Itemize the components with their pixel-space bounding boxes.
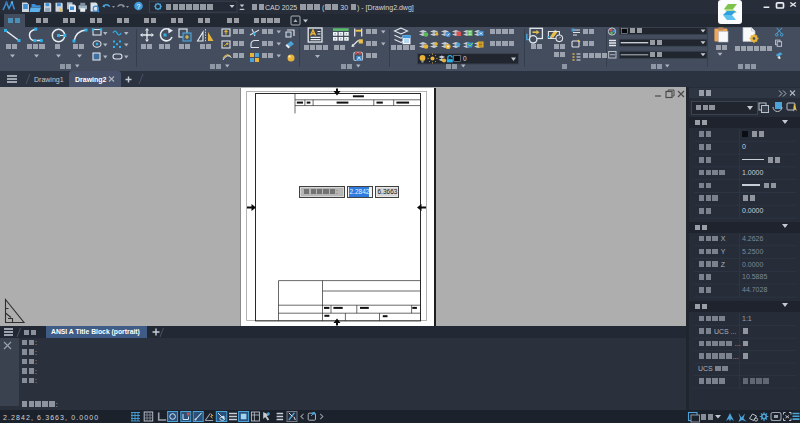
svg-text:?: ?: [137, 3, 141, 10]
